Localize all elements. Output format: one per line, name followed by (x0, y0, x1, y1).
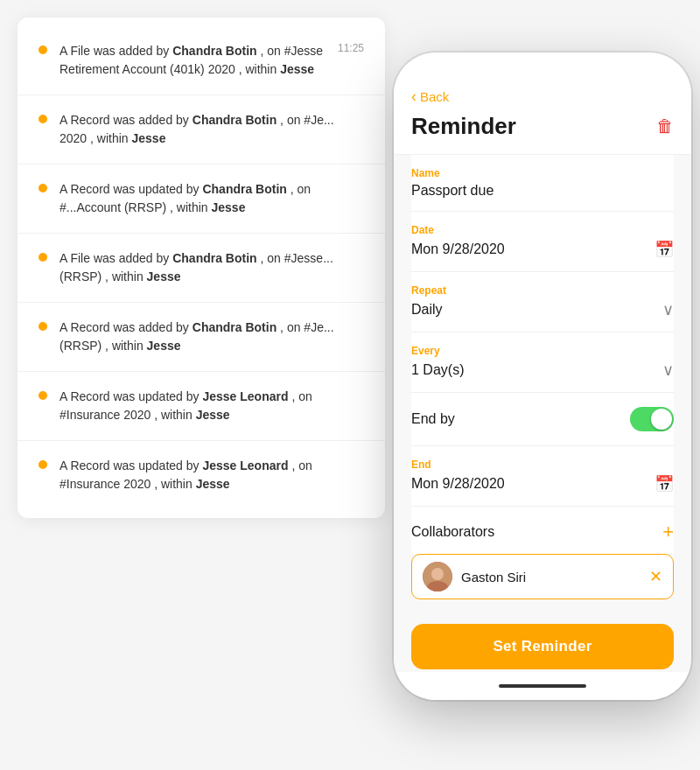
list-item: A File was added by Chandra Botin , on #… (18, 26, 385, 95)
set-reminder-button[interactable]: Set Reminder (411, 624, 674, 669)
home-indicator (394, 672, 691, 700)
header-row: Reminder 🗑 (411, 113, 674, 140)
repeat-field: Repeat Daily ∨ (411, 272, 674, 332)
end-label: End (411, 458, 674, 471)
every-text: 1 Day(s) (411, 362, 464, 378)
collaborators-label: Collaborators (411, 524, 494, 540)
repeat-label: Repeat (411, 284, 674, 297)
chevron-left-icon: ‹ (411, 88, 416, 106)
list-item: A Record was added by Chandra Botin , on… (18, 303, 385, 372)
list-item: A Record was updated by Jesse Leonard , … (18, 441, 385, 509)
chevron-down-icon: ∨ (662, 300, 674, 319)
activity-text: A File was added by Chandra Botin , on #… (60, 42, 326, 79)
date-text: Mon 9/28/2020 (411, 242, 505, 257)
end-by-label: End by (411, 411, 455, 427)
activity-text: A Record was added by Chandra Botin , on… (60, 318, 364, 355)
activity-text: A File was added by Chandra Botin , on #… (60, 249, 364, 286)
back-button[interactable]: ‹ Back (411, 88, 674, 106)
remove-collaborator-icon[interactable]: ✕ (649, 567, 662, 586)
activity-text: A Record was updated by Jesse Leonard , … (60, 457, 364, 494)
list-item: A Record was updated by Chandra Botin , … (18, 164, 385, 234)
list-item: A Record was updated by Jesse Leonard , … (18, 372, 385, 441)
activity-time: 11:25 (338, 42, 364, 54)
end-date-field: End Mon 9/28/2020 📅 (411, 446, 674, 507)
home-bar (499, 684, 586, 688)
activity-text: A Record was updated by Chandra Botin , … (60, 180, 364, 217)
repeat-text: Daily (411, 302, 443, 318)
calendar-icon: 📅 (654, 474, 674, 494)
end-by-toggle-row: End by (411, 393, 674, 446)
activity-dot (38, 115, 47, 123)
delete-icon[interactable]: 🗑 (656, 116, 674, 136)
page-title: Reminder (411, 113, 516, 140)
back-label: Back (420, 89, 449, 104)
activity-dot (38, 184, 47, 192)
set-reminder-wrapper: Set Reminder (394, 606, 691, 672)
app-header: ‹ Back Reminder 🗑 (394, 77, 691, 155)
add-collaborator-icon[interactable]: + (662, 521, 674, 543)
activity-dot (38, 460, 47, 469)
end-date-value[interactable]: Mon 9/28/2020 📅 (411, 474, 674, 494)
repeat-value[interactable]: Daily ∨ (411, 300, 674, 319)
activity-dot (38, 46, 47, 54)
toggle-knob (651, 409, 672, 430)
name-field: Name Passport due (411, 155, 674, 212)
activity-dot (38, 322, 47, 331)
date-field: Date Mon 9/28/2020 📅 (411, 212, 674, 272)
name-value[interactable]: Passport due (411, 183, 674, 199)
activity-text: A Record was added by Chandra Botin , on… (60, 111, 364, 148)
svg-point-1 (431, 568, 444, 580)
list-item: A Record was added by Chandra Botin , on… (18, 95, 385, 164)
phone-screen: ‹ Back Reminder 🗑 Name Passport due Date… (394, 77, 691, 672)
every-value[interactable]: 1 Day(s) ∨ (411, 360, 674, 380)
end-by-toggle[interactable] (630, 407, 674, 431)
avatar (423, 562, 452, 592)
activity-dot (38, 253, 47, 262)
list-item: A File was added by Chandra Botin , on #… (18, 234, 385, 303)
form-body: Name Passport due Date Mon 9/28/2020 📅 R… (394, 155, 691, 599)
chevron-down-icon: ∨ (662, 360, 674, 380)
every-label: Every (411, 345, 674, 357)
activity-dot (38, 391, 47, 400)
activity-text: A Record was updated by Jesse Leonard , … (60, 388, 364, 424)
phone-frame: ‹ Back Reminder 🗑 Name Passport due Date… (394, 52, 691, 700)
activity-feed: A File was added by Chandra Botin , on #… (18, 18, 385, 518)
date-label: Date (411, 224, 674, 236)
phone-notch (490, 52, 595, 77)
calendar-icon: 📅 (654, 240, 674, 259)
collaborator-chip: Gaston Siri ✕ (411, 554, 674, 599)
collaborator-name: Gaston Siri (461, 570, 640, 584)
end-date-text: Mon 9/28/2020 (411, 476, 505, 492)
date-value[interactable]: Mon 9/28/2020 📅 (411, 240, 674, 259)
name-label: Name (411, 167, 674, 179)
collaborators-section: Collaborators + (411, 507, 674, 554)
every-field: Every 1 Day(s) ∨ (411, 332, 674, 393)
